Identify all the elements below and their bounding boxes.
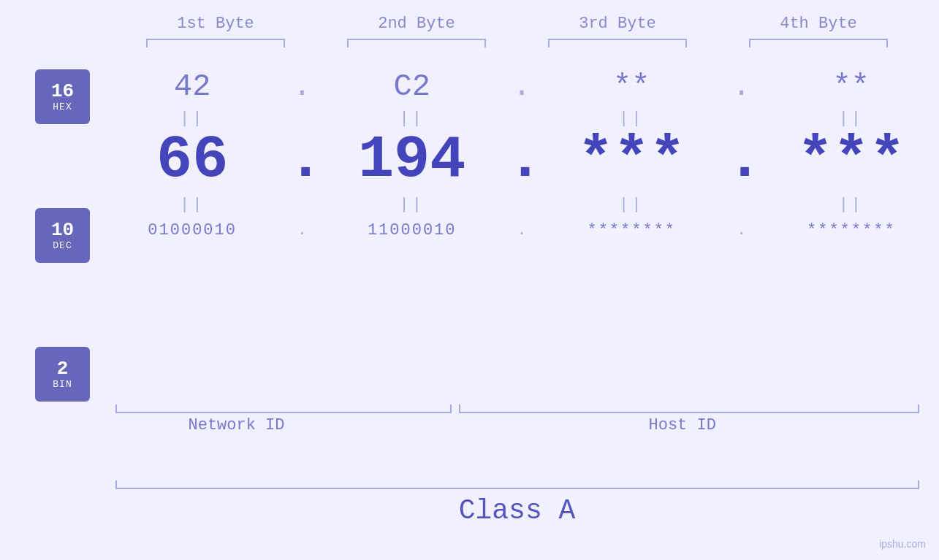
badge-bin-num: 2 [57,358,69,380]
bracket-byte2 [347,39,486,47]
bracket-byte3 [548,39,687,47]
badges-column: 16 HEX 10 DEC 2 BIN [0,62,90,402]
badge-dec: 10 DEC [35,208,90,263]
badge-hex-num: 16 [51,81,74,102]
bin-val-2: 11000010 [332,221,493,239]
network-id-label: Network ID [189,416,285,434]
byte-label-1: 1st Byte [135,15,296,33]
network-bracket [115,404,452,413]
class-label: Class A [115,495,919,526]
dec-val-3: *** [551,131,712,191]
byte-label-2: 2nd Byte [336,15,497,33]
hex-row: 42 . C2 . ** . ** [104,69,939,104]
dec-val-2: 194 [332,131,493,191]
eq2-3: || [551,196,712,214]
dot-bin-2: . [507,221,536,239]
bracket-byte4 [749,39,888,47]
bin-val-3: ******** [551,221,712,239]
badge-dec-num: 10 [51,220,74,241]
byte-label-4: 4th Byte [738,15,899,33]
byte-label-3: 3rd Byte [537,15,698,33]
eq-1: || [112,110,273,128]
dot-hex-2: . [507,69,536,104]
bin-val-1: 01000010 [112,221,273,239]
top-brackets [115,39,919,47]
dec-row: 66 . 194 . *** . *** [104,131,939,191]
bin-row: 01000010 . 11000010 . ******** . *******… [104,221,939,239]
bracket-byte1 [146,39,285,47]
values-grid: 42 . C2 . ** . ** || || || || 66 [90,62,939,239]
eq-2: || [332,110,493,128]
badge-bin: 2 BIN [35,347,90,402]
dot-hex-1: . [287,69,316,104]
badge-hex: 16 HEX [35,69,90,124]
hex-val-4: ** [771,69,932,104]
class-area: Class A [115,480,919,526]
eq2-1: || [112,196,273,214]
bottom-area: Network ID Host ID [115,404,919,448]
hex-val-1: 42 [112,69,273,104]
main-container: 1st Byte 2nd Byte 3rd Byte 4th Byte 16 H… [0,0,939,560]
dot-bin-1: . [287,221,316,239]
dot-bin-3: . [727,221,756,239]
dot-dec-1: . [287,131,316,191]
host-id-label: Host ID [649,416,716,434]
bin-val-4: ******** [771,221,932,239]
dot-dec-3: . [727,131,756,191]
dot-dec-2: . [507,131,536,191]
dot-hex-3: . [727,69,756,104]
badge-bin-label: BIN [53,379,72,390]
badge-dec-label: DEC [53,240,72,251]
eq-4: || [771,110,932,128]
dec-val-4: *** [771,131,932,191]
equals-row-2: || || || || [104,193,939,215]
eq2-4: || [771,196,932,214]
hex-val-2: C2 [332,69,493,104]
dec-val-1: 66 [112,131,273,191]
class-bracket [115,480,919,489]
watermark: ipshu.com [879,538,926,550]
byte-headers: 1st Byte 2nd Byte 3rd Byte 4th Byte [115,15,919,33]
badge-hex-label: HEX [53,101,72,112]
eq2-2: || [332,196,493,214]
host-bracket [459,404,919,413]
eq-3: || [551,110,712,128]
hex-val-3: ** [551,69,712,104]
main-area: 16 HEX 10 DEC 2 BIN 42 . C2 . ** . ** [0,62,939,402]
